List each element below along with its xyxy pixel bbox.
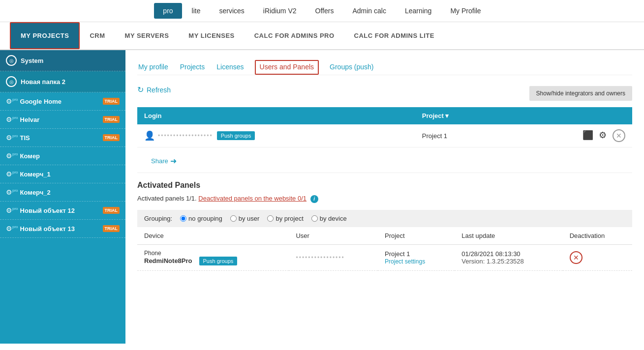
sidebar-item-folder2[interactable]: ◎Новая папка 2 — [0, 71, 125, 92]
col-project[interactable]: Project ▾ — [415, 107, 506, 124]
radio-no-grouping[interactable]: no grouping — [180, 215, 222, 222]
second-nav-item-myservers[interactable]: MY SERVERS — [115, 23, 179, 48]
device-name: RedmiNote8Pro — [144, 257, 192, 264]
project-settings-link[interactable]: Project settings — [385, 258, 425, 265]
gear-icon: ⚙pro — [6, 170, 18, 178]
sub-tab-groupspush[interactable]: Groups (push) — [329, 60, 374, 75]
col-actions — [506, 107, 632, 124]
sidebar-label-system: System — [21, 57, 120, 64]
activated-info: Activated panels 1/1. Deactivated panels… — [137, 195, 632, 203]
users-table: Login Project ▾ 👤 •••••••••••••••••• Pus… — [137, 107, 632, 173]
radio-by-device[interactable]: by device — [311, 215, 347, 222]
remove-user-button[interactable]: ✕ — [613, 129, 625, 142]
trial-badge-noviy12: TRIAL — [103, 207, 120, 214]
panels-col-deactivation: Deactivation — [563, 227, 632, 245]
sub-tab-projects[interactable]: Projects — [179, 60, 206, 75]
gear-icon: ⚙pro — [6, 152, 18, 160]
panels-col-lastupdate: Last update — [455, 227, 562, 245]
gear-icon: ⚙pro — [6, 116, 18, 123]
sidebar-item-komerc1[interactable]: ⚙proКомерч_1 — [0, 165, 125, 183]
refresh-button[interactable]: ↻ Refresh — [137, 85, 171, 94]
folder-icon: ◎ — [6, 76, 17, 87]
second-nav: MY PROJECTSCRMMY SERVERSMY LICENSESCALC … — [0, 22, 644, 50]
sidebar-item-google[interactable]: ⚙proGoogle HomeTRIAL — [0, 92, 125, 111]
second-nav-item-myprojects[interactable]: MY PROJECTS — [10, 22, 80, 49]
sub-tab-myprofile[interactable]: My profile — [137, 60, 169, 75]
trial-badge-google: TRIAL — [103, 98, 120, 105]
grouping-row: Grouping: no grouping by user by project… — [137, 210, 632, 227]
sub-tab-licenses[interactable]: Licenses — [215, 60, 245, 75]
user-row: 👤 •••••••••••••••••• Push groups Project… — [137, 124, 632, 147]
sidebar-item-noviy13[interactable]: ⚙proНовый объект 13TRIAL — [0, 220, 125, 238]
trial-badge-noviy13: TRIAL — [103, 225, 120, 232]
user-actions-cell: ⬛ ⚙ ✕ — [506, 124, 632, 147]
sidebar-item-komer[interactable]: ⚙proКомер — [0, 147, 125, 165]
panel-last-update: 01/28/2021 08:13:30 — [461, 250, 555, 258]
top-nav-tab-pro[interactable]: pro — [154, 3, 182, 19]
top-nav-tab-iridium[interactable]: iRidium V2 — [254, 3, 306, 19]
sidebar-label-noviy13: Новый объект 13 — [20, 225, 103, 233]
top-nav-tab-services[interactable]: services — [211, 3, 253, 19]
sidebar-label-folder2: Новая папка 2 — [21, 78, 120, 86]
gear-icon: ⚙pro — [6, 134, 18, 142]
sidebar-label-komer: Комер — [20, 152, 120, 160]
share-cell: Share ➜ — [137, 147, 632, 173]
gear-icon: ⚙pro — [6, 225, 18, 233]
sub-tabs: My profileProjectsLicensesUsers and Pane… — [137, 60, 632, 75]
panel-project-cell: Project 1 Project settings — [378, 244, 455, 270]
push-groups-button[interactable]: Push groups — [217, 131, 255, 140]
panel-user-masked: •••••••••••••••• — [296, 254, 344, 261]
main-layout: ◎System◎Новая папка 2⚙proGoogle HomeTRIA… — [0, 50, 644, 344]
radio-by-project[interactable]: by project — [267, 215, 303, 222]
sidebar-item-komerc2[interactable]: ⚙proКомерч_2 — [0, 183, 125, 202]
sidebar-label-komerc1: Комерч_1 — [20, 171, 120, 178]
sidebar-item-helvar[interactable]: ⚙proHelvarTRIAL — [0, 111, 125, 129]
user-project-cell: Project 1 — [415, 124, 506, 147]
top-nav-tab-admincalc[interactable]: Admin calc — [343, 3, 395, 19]
gear-icon: ⚙pro — [6, 188, 18, 196]
sidebar-item-noviy12[interactable]: ⚙proНовый объект 12TRIAL — [0, 202, 125, 220]
second-nav-item-calclite[interactable]: CALC FOR ADMINS LITE — [344, 23, 444, 48]
radio-by-user[interactable]: by user — [230, 215, 260, 222]
sub-tab-userspanels[interactable]: Users and Panels — [255, 60, 319, 75]
panel-push-groups-button[interactable]: Push groups — [199, 257, 238, 265]
sidebar: ◎System◎Новая папка 2⚙proGoogle HomeTRIA… — [0, 50, 125, 344]
gear-icon: ⚙pro — [6, 206, 18, 214]
refresh-label: Refresh — [147, 86, 171, 94]
col-login: Login — [137, 107, 415, 124]
trial-badge-helvar: TRIAL — [103, 116, 120, 123]
qr-icon[interactable]: ⬛ — [583, 130, 593, 140]
sidebar-label-noviy12: Новый объект 12 — [20, 207, 103, 214]
panels-col-project: Project — [378, 227, 455, 245]
panel-update-cell: 01/28/2021 08:13:30 Version: 1.3.25:2352… — [455, 244, 562, 270]
top-nav-tab-offers[interactable]: Offers — [307, 3, 343, 19]
second-nav-item-mylicenses[interactable]: MY LICENSES — [179, 23, 244, 48]
user-login-cell: 👤 •••••••••••••••••• Push groups — [137, 124, 415, 147]
deactivated-link[interactable]: Deactivated panels on the website 0/1 — [198, 195, 307, 202]
share-arrow-icon: ➜ — [170, 156, 177, 166]
top-nav-tab-lite[interactable]: lite — [183, 3, 210, 19]
device-type: Phone — [144, 250, 282, 257]
top-nav-tab-myprofile[interactable]: My Profile — [441, 3, 490, 19]
refresh-icon: ↻ — [137, 85, 144, 94]
share-row: Share ➜ — [137, 147, 632, 173]
show-hide-button[interactable]: Show/hide integrators and owners — [529, 86, 632, 101]
sidebar-item-tis[interactable]: ⚙proTISTRIAL — [0, 129, 125, 147]
system-icon: ◎ — [6, 55, 17, 66]
user-login-masked: •••••••••••••••••• — [158, 132, 213, 139]
activated-count: Activated panels 1/1. — [137, 195, 197, 202]
grouping-label: Grouping: — [144, 215, 172, 222]
second-nav-item-calcpro[interactable]: CALC FOR ADMINS PRO — [245, 23, 344, 48]
settings-icon[interactable]: ⚙ — [599, 130, 607, 140]
info-icon: i — [310, 195, 318, 203]
deactivate-panel-button[interactable]: ✕ — [570, 251, 583, 264]
sidebar-label-helvar: Helvar — [20, 116, 103, 123]
gear-icon: ⚙pro — [6, 97, 18, 105]
share-link[interactable]: Share ➜ — [144, 154, 625, 168]
panels-col-user: User — [289, 227, 378, 245]
second-nav-item-crm[interactable]: CRM — [80, 23, 115, 48]
sidebar-item-system[interactable]: ◎System — [0, 50, 125, 71]
top-nav-tab-learning[interactable]: Learning — [396, 3, 441, 19]
panel-user-cell: •••••••••••••••• — [289, 244, 378, 270]
share-label: Share — [151, 157, 168, 165]
